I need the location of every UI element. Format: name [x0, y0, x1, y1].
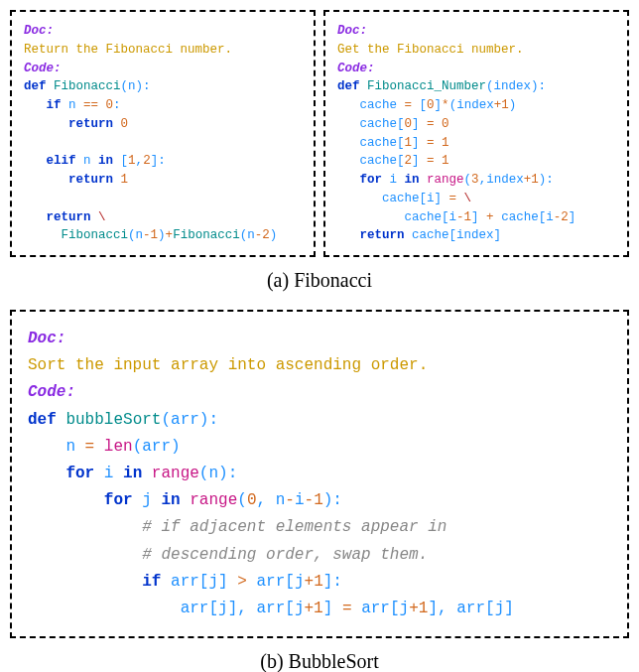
bracket-close: ] [218, 573, 237, 591]
op-eq: = [427, 136, 435, 150]
var-arr: arr [171, 573, 199, 591]
sp [113, 154, 121, 168]
doc-label: Doc: [28, 330, 65, 347]
bracket-open: [ [485, 600, 495, 617]
kw-for: for [65, 465, 94, 482]
var-i: i [427, 192, 435, 205]
bracket-open: [ [199, 573, 209, 591]
sp [420, 173, 428, 187]
paren-close: ) [270, 228, 278, 242]
var-arr: arr [256, 600, 285, 617]
sp [94, 438, 104, 456]
idx-two: 2 [405, 154, 413, 168]
op-eq: == [83, 98, 98, 112]
var-j: j [295, 573, 305, 591]
bracket-close: ]: [323, 573, 342, 591]
bracket-open: [ [420, 98, 428, 112]
paren-open: ( [449, 98, 457, 112]
comment-line: # if adjacent elements appear in [142, 518, 447, 536]
var-arr: arr [256, 573, 285, 591]
sp [456, 192, 464, 205]
var-index: index [456, 228, 494, 242]
var-i: i [94, 465, 123, 482]
num-one: 1 [419, 600, 429, 617]
kw-def: def [337, 79, 360, 93]
code-label: Code: [337, 62, 375, 75]
num-one: 1 [128, 154, 136, 168]
bubblesort-codebox: Doc: Sort the input array into ascending… [10, 310, 629, 638]
fibonacci-right-codebox: Doc: Get the Fibonacci number. Code: def… [323, 10, 629, 257]
op-eq: = [85, 438, 95, 456]
sp [494, 210, 502, 224]
var-n: n [62, 98, 84, 112]
var-cache: cache [382, 192, 420, 205]
bracket-open: [ [449, 228, 457, 242]
builtin-range: range [427, 173, 464, 187]
kw-in: in [123, 465, 142, 482]
bracket-close: ]: [151, 154, 166, 168]
op-plus: + [166, 228, 174, 242]
idx-zero: 0 [405, 117, 413, 131]
paren-close: ): [199, 411, 218, 429]
fn-name: bubbleSort [57, 411, 162, 429]
op-gt: > [237, 573, 247, 591]
fn-name: Fibonacci [47, 79, 121, 93]
line-continuation: \ [98, 210, 106, 224]
doc-text: Get the Fibonacci number. [337, 43, 524, 57]
var-arr: arr [456, 600, 485, 617]
bracket-close: ] [435, 98, 443, 112]
arg-index: index [494, 79, 532, 93]
bracket-open: [ [420, 192, 428, 205]
paren-open: ( [121, 79, 129, 93]
var-j: j [495, 600, 505, 617]
paren-close: ): [539, 173, 554, 187]
paren-close: ) [171, 438, 181, 456]
bracket-close: ], [228, 600, 257, 617]
var-cache: cache [360, 117, 398, 131]
var-cache: cache [501, 210, 539, 224]
paren-close: ): [218, 465, 237, 482]
kw-elif: elif [47, 154, 76, 168]
bracket-close: ] [569, 210, 576, 224]
bracket-open: [ [121, 154, 129, 168]
paren-open: ( [464, 173, 472, 187]
var-cache: cache [360, 98, 405, 112]
kw-def: def [28, 411, 57, 429]
builtin-range: range [152, 465, 199, 482]
sp [181, 491, 191, 509]
bracket-close: ] [412, 154, 427, 168]
bracket-close: ] [412, 117, 427, 131]
bracket-open: [ [442, 210, 449, 224]
kw-return: return [68, 117, 113, 131]
var-n: n [136, 228, 144, 242]
sp [435, 117, 443, 131]
doc-text: Return the Fibonacci number. [24, 43, 232, 57]
bracket-close: ] [471, 210, 486, 224]
bracket-close: ], [428, 600, 456, 617]
op-plus: + [305, 600, 315, 617]
kw-for: for [360, 173, 383, 187]
fibonacci-row: Doc: Return the Fibonacci number. Code: … [10, 10, 629, 257]
op-plus: + [409, 600, 419, 617]
num-one: 1 [314, 573, 323, 591]
bracket-close: ] [323, 600, 342, 617]
op-plus: + [486, 210, 494, 224]
doc-label: Doc: [24, 24, 54, 38]
num-one: 1 [121, 173, 129, 187]
op-eq: = [427, 154, 435, 168]
var-n: n [208, 465, 218, 482]
sp [98, 98, 106, 112]
var-j: j [218, 600, 228, 617]
fn-call: Fibonacci [173, 228, 240, 242]
op-minus: - [143, 228, 151, 242]
caption-b: (b) BubbleSort [10, 650, 629, 672]
caption-a: (a) Fibonacci [10, 269, 629, 292]
sp [113, 173, 121, 187]
num-one: 1 [442, 154, 449, 168]
op-eq: = [449, 192, 457, 205]
bracket-open: [ [397, 117, 405, 131]
num-zero: 0 [442, 117, 449, 131]
paren-close: ): [136, 79, 151, 93]
paren-close: ): [323, 491, 342, 509]
sp [113, 117, 121, 131]
